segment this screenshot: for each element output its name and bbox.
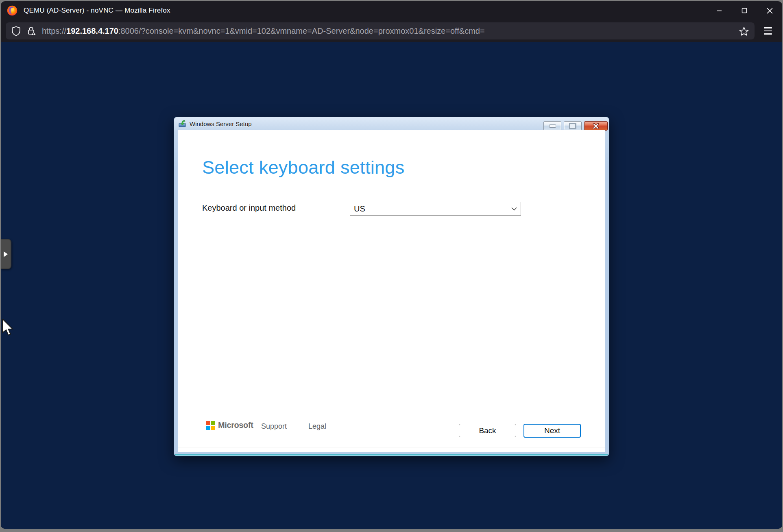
tracking-shield-icon[interactable]	[11, 26, 21, 36]
microsoft-squares-icon	[206, 421, 215, 430]
browser-window-title: QEMU (AD-Server) - noVNC — Mozilla Firef…	[24, 7, 170, 15]
browser-navbar: https://192.168.4.170:8006/?console=kvm&…	[1, 20, 782, 42]
setup-window-controls	[543, 117, 608, 131]
keyboard-method-label: Keyboard or input method	[202, 203, 296, 213]
setup-dialog-titlebar[interactable]: Windows Server Setup	[174, 117, 609, 131]
chevron-down-icon	[511, 207, 517, 211]
support-link[interactable]: Support	[261, 422, 287, 431]
browser-minimize-button[interactable]	[707, 1, 732, 20]
bookmark-star-icon[interactable]	[739, 26, 749, 36]
keyboard-method-dropdown[interactable]: US	[350, 202, 521, 216]
url-path: :8006/?console=kvm&novnc=1&vmid=102&vmna…	[118, 26, 485, 35]
microsoft-logo: Microsoft	[206, 421, 253, 430]
next-button[interactable]: Next	[523, 424, 581, 438]
minimize-glyph-icon	[549, 124, 556, 128]
novnc-canvas: Windows Server Setup	[1, 42, 782, 529]
app-menu-button[interactable]	[760, 24, 776, 38]
url-host: 192.168.4.170	[66, 26, 118, 35]
url-text: https://192.168.4.170:8006/?console=kvm&…	[42, 26, 739, 36]
footer-divider	[178, 447, 605, 447]
browser-close-button[interactable]	[757, 1, 782, 20]
browser-titlebar: QEMU (AD-Server) - noVNC — Mozilla Firef…	[1, 1, 782, 20]
close-x-icon	[593, 123, 599, 129]
setup-content: Select keyboard settings Keyboard or inp…	[178, 130, 605, 452]
legal-link[interactable]: Legal	[308, 422, 326, 431]
microsoft-wordmark: Microsoft	[218, 421, 253, 430]
maximize-glyph-icon	[569, 123, 576, 129]
setup-window-title: Windows Server Setup	[190, 120, 252, 127]
mouse-cursor	[2, 319, 15, 338]
setup-dialog-window: Windows Server Setup	[174, 117, 609, 456]
expand-arrow-icon	[4, 251, 8, 257]
browser-maximize-button[interactable]	[732, 1, 757, 20]
setup-minimize-button[interactable]	[543, 121, 561, 131]
browser-window-controls	[707, 1, 782, 20]
setup-app-icon	[179, 120, 186, 128]
back-button[interactable]: Back	[459, 424, 516, 437]
setup-maximize-button[interactable]	[564, 121, 582, 131]
novnc-control-bar-handle[interactable]	[1, 239, 11, 269]
url-scheme: https://	[42, 26, 66, 35]
connection-lock-icon[interactable]	[27, 26, 36, 36]
setup-close-button[interactable]	[584, 121, 608, 131]
firefox-window: QEMU (AD-Server) - noVNC — Mozilla Firef…	[1, 1, 782, 529]
url-bar[interactable]: https://192.168.4.170:8006/?console=kvm&…	[6, 22, 755, 39]
dropdown-selected-value: US	[354, 204, 365, 214]
firefox-logo-icon	[7, 5, 18, 16]
page-title: Select keyboard settings	[202, 157, 404, 178]
window-bottom-accent	[175, 454, 608, 456]
